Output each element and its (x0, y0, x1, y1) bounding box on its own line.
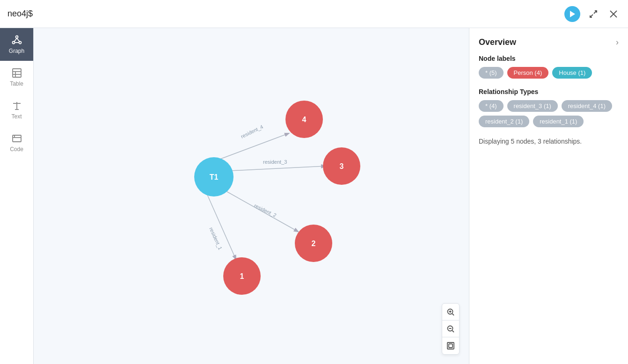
zoom-in-button[interactable] (442, 304, 459, 320)
overview-chevron-icon[interactable]: › (616, 37, 619, 47)
node-3-label: 3 (340, 162, 344, 170)
badge-resident4[interactable]: resident_4 (1) (562, 100, 612, 112)
svg-point-7 (19, 42, 21, 44)
svg-rect-31 (449, 344, 453, 348)
edge-t1-3 (230, 166, 325, 171)
sidebar-label-graph: Graph (9, 48, 24, 54)
main-layout: Graph Table Text (0, 28, 628, 364)
badge-house[interactable]: House (1) (552, 67, 592, 79)
svg-marker-0 (570, 11, 575, 17)
fit-button[interactable] (442, 337, 459, 354)
sidebar-item-text[interactable]: Text (0, 94, 33, 126)
graph-icon (11, 35, 22, 46)
node-1-label: 1 (240, 272, 244, 280)
rel-types-badges: * (4) resident_3 (1) resident_4 (1) resi… (479, 100, 619, 127)
overview-title: Overview (479, 37, 516, 47)
svg-point-6 (12, 42, 15, 44)
sidebar-label-text: Text (11, 113, 22, 120)
rel-types-heading: Relationship Types (479, 88, 619, 95)
badge-all-rels[interactable]: * (4) (479, 100, 504, 112)
svg-line-9 (17, 38, 20, 42)
node-4-label: 4 (302, 116, 307, 124)
expand-button[interactable] (586, 7, 601, 22)
zoom-out-button[interactable] (442, 320, 459, 337)
edge-label-resident1: resident_1 (208, 226, 223, 251)
badge-all-nodes[interactable]: * (5) (479, 67, 504, 79)
svg-rect-30 (447, 342, 454, 349)
edge-t1-1 (207, 194, 236, 259)
topbar-actions (564, 6, 621, 22)
badge-resident1[interactable]: resident_1 (1) (533, 116, 584, 127)
edge-label-resident2: resident_2 (253, 203, 277, 218)
svg-line-8 (14, 38, 17, 42)
rel-types-section: Relationship Types * (4) resident_3 (1) … (479, 88, 619, 127)
graph-area: resident_4 resident_3 resident_2 residen… (34, 28, 469, 364)
overview-panel: Overview › Node labels * (5) Person (4) … (469, 28, 628, 364)
overview-header: Overview › (479, 37, 619, 47)
edge-label-resident4: resident_4 (240, 124, 264, 139)
app-title: neo4j$ (7, 9, 33, 19)
close-button[interactable] (606, 7, 621, 21)
svg-rect-11 (13, 69, 21, 77)
sidebar-item-table[interactable]: Table (0, 61, 33, 94)
svg-rect-19 (13, 135, 21, 142)
badge-resident3[interactable]: resident_3 (1) (507, 100, 558, 112)
sidebar: Graph Table Text (0, 28, 34, 364)
svg-line-29 (453, 330, 454, 332)
badge-resident2[interactable]: resident_2 (1) (479, 116, 529, 127)
edge-label-resident3: resident_3 (263, 159, 287, 165)
edge-t1-4 (214, 133, 289, 161)
display-info: Displaying 5 nodes, 3 relationships. (479, 137, 619, 146)
graph-svg: resident_4 resident_3 resident_2 residen… (34, 28, 469, 364)
sidebar-label-table: Table (10, 80, 23, 87)
text-icon (11, 100, 22, 111)
table-icon (11, 67, 22, 79)
sidebar-item-code[interactable]: Code (0, 126, 33, 159)
node-t1-label: T1 (210, 173, 219, 181)
svg-line-26 (453, 313, 454, 315)
zoom-controls (442, 303, 460, 355)
svg-point-5 (15, 36, 18, 38)
sidebar-label-code: Code (10, 146, 23, 153)
node-2-label: 2 (312, 240, 316, 248)
code-icon (11, 133, 22, 144)
node-labels-heading: Node labels (479, 55, 619, 62)
sidebar-item-graph[interactable]: Graph (0, 28, 33, 61)
node-labels-section: Node labels * (5) Person (4) House (1) (479, 55, 619, 79)
topbar: neo4j$ (0, 0, 628, 28)
badge-person[interactable]: Person (4) (507, 67, 549, 79)
node-labels-badges: * (5) Person (4) House (1) (479, 67, 619, 79)
play-button[interactable] (564, 6, 580, 22)
